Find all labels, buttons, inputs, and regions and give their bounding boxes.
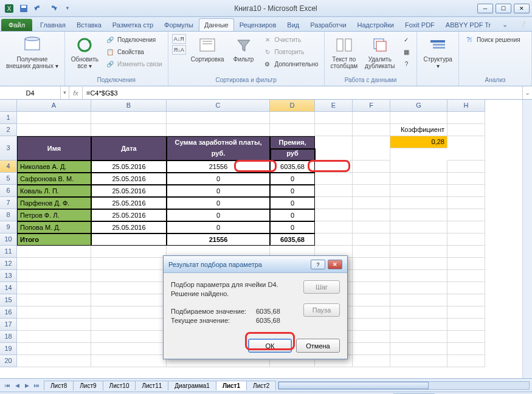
- save-icon[interactable]: [17, 2, 30, 15]
- row-12[interactable]: 12: [0, 258, 17, 270]
- row-9[interactable]: 9: [0, 221, 17, 233]
- data-validation-button[interactable]: ✓: [399, 34, 413, 45]
- sort-az-button[interactable]: А↓Я: [172, 34, 186, 44]
- remove-duplicates-button[interactable]: Удалить дубликаты: [362, 34, 397, 71]
- dialog-help-button[interactable]: ?: [311, 260, 325, 269]
- row-1[interactable]: 1: [0, 112, 17, 124]
- dialog-cancel-button[interactable]: Отмена: [296, 339, 340, 353]
- row-5[interactable]: 5: [0, 173, 17, 185]
- row-17[interactable]: 17: [0, 319, 17, 331]
- get-external-data-button[interactable]: Получение внешних данных ▾: [4, 34, 61, 71]
- col-B[interactable]: B: [91, 100, 167, 112]
- tab-nav-first[interactable]: ⏮: [2, 381, 12, 390]
- filter-button[interactable]: Фильтр: [229, 34, 258, 64]
- sheet-tab[interactable]: Лист9: [73, 381, 103, 390]
- tab-home[interactable]: Главная: [35, 18, 71, 31]
- row-11[interactable]: 11: [0, 246, 17, 258]
- row-7[interactable]: 7: [0, 197, 17, 209]
- vertical-scrollbar[interactable]: [522, 100, 532, 378]
- tab-insert[interactable]: Вставка: [71, 18, 107, 31]
- tab-view[interactable]: Вид: [282, 18, 305, 31]
- cell-bonus: 0: [270, 185, 315, 197]
- reapply-button[interactable]: ↻Повторить: [261, 46, 320, 57]
- tab-review[interactable]: Рецензиров: [234, 18, 282, 31]
- formula-input[interactable]: [83, 89, 522, 97]
- select-all-corner[interactable]: [0, 100, 17, 112]
- col-A[interactable]: A: [17, 100, 91, 112]
- text-to-columns-button[interactable]: Текст по столбцам: [328, 34, 361, 71]
- row-6[interactable]: 6: [0, 185, 17, 197]
- tab-nav-next[interactable]: ▶: [22, 381, 32, 390]
- cell-sum: 0: [167, 209, 270, 221]
- row-16[interactable]: 16: [0, 306, 17, 319]
- sort-button[interactable]: Сортировка: [188, 34, 227, 64]
- sheet-tab[interactable]: Лист11: [135, 381, 168, 390]
- sheet-tab[interactable]: Лист2: [246, 381, 276, 390]
- fx-button[interactable]: fx: [69, 87, 83, 99]
- col-D[interactable]: D: [270, 100, 315, 112]
- dialog-step-button: Шаг: [303, 280, 340, 294]
- tab-data[interactable]: Данные: [199, 18, 234, 31]
- minimize-button[interactable]: ─: [477, 4, 493, 13]
- sheet-tab[interactable]: Диаграмма1: [168, 381, 216, 390]
- col-F[interactable]: F: [353, 100, 390, 112]
- col-G[interactable]: G: [390, 100, 447, 112]
- file-tab[interactable]: Файл: [1, 19, 32, 31]
- refresh-all-button[interactable]: Обновить все ▾: [69, 34, 101, 71]
- tab-abbyy[interactable]: ABBYY PDF Tr: [440, 18, 496, 31]
- row-19[interactable]: 19: [0, 343, 17, 355]
- external-data-label: Получение внешних данных ▾: [6, 56, 58, 69]
- row-2[interactable]: 2: [0, 124, 17, 136]
- tab-layout[interactable]: Разметка стр: [107, 18, 159, 31]
- sort-za-button[interactable]: Я↓А: [172, 45, 186, 55]
- cell-sum: 21556: [167, 161, 270, 173]
- properties-button[interactable]: 📋Свойства: [103, 46, 164, 57]
- ribbon-minimize-icon[interactable]: ⌄: [497, 18, 513, 31]
- redo-icon[interactable]: [46, 2, 60, 15]
- horizontal-scrollbar[interactable]: [278, 381, 530, 390]
- col-E[interactable]: E: [315, 100, 353, 112]
- name-box-dropdown[interactable]: ▼: [61, 86, 69, 99]
- tab-foxit[interactable]: Foxit PDF: [399, 18, 440, 31]
- cell-sum: 0: [167, 197, 270, 209]
- undo-icon[interactable]: [32, 2, 45, 15]
- sheet-tab[interactable]: Лист10: [103, 381, 136, 390]
- row-3[interactable]: 3: [0, 136, 17, 161]
- connections-button[interactable]: 🔗Подключения: [103, 34, 164, 45]
- row-15[interactable]: 15: [0, 294, 17, 306]
- close-button[interactable]: ✕: [514, 4, 530, 13]
- outline-button[interactable]: Структура ▾: [421, 34, 454, 71]
- excel-icon[interactable]: X: [2, 2, 16, 15]
- row-18[interactable]: 18: [0, 331, 17, 343]
- edit-links-button[interactable]: 🔗Изменить связи: [103, 58, 164, 69]
- dialog-close-button[interactable]: ✕: [328, 260, 342, 269]
- row-4[interactable]: 4: [0, 161, 17, 173]
- tab-nav-last[interactable]: ⏭: [32, 381, 41, 390]
- ribbon-group-data-tools: Текст по столбцам Удалить дубликаты ✓ ▦ …: [325, 32, 418, 86]
- col-C[interactable]: C: [167, 100, 270, 112]
- qat-customize-icon[interactable]: ▼: [61, 2, 74, 15]
- help-icon[interactable]: ❔: [514, 18, 532, 31]
- row-13[interactable]: 13: [0, 270, 17, 282]
- clear-filter-button[interactable]: ✕Очистить: [261, 34, 320, 45]
- ribbon-tabs: Файл Главная Вставка Разметка стр Формул…: [0, 17, 532, 32]
- consolidate-button[interactable]: ▦: [399, 46, 413, 57]
- name-box[interactable]: D4: [0, 86, 61, 99]
- col-H[interactable]: H: [447, 100, 485, 112]
- advanced-filter-button[interactable]: ⚙Дополнительно: [261, 58, 320, 69]
- tab-addins[interactable]: Надстройки: [352, 18, 399, 31]
- row-8[interactable]: 8: [0, 209, 17, 221]
- row-20[interactable]: 20: [0, 355, 17, 367]
- tab-formulas[interactable]: Формулы: [159, 18, 199, 31]
- whatif-button[interactable]: ?: [399, 58, 413, 69]
- sheet-tab-active[interactable]: Лист1: [216, 381, 247, 390]
- tab-nav-prev[interactable]: ◀: [12, 381, 22, 390]
- dialog-ok-button[interactable]: ОК: [248, 339, 292, 353]
- tab-developer[interactable]: Разработчи: [305, 18, 351, 31]
- solver-button[interactable]: ?⃝Поиск решения: [463, 34, 522, 45]
- row-10[interactable]: 10: [0, 233, 17, 246]
- formula-bar-expand[interactable]: ⌄: [522, 86, 532, 99]
- sheet-tab[interactable]: Лист8: [44, 381, 74, 390]
- row-14[interactable]: 14: [0, 282, 17, 294]
- maximize-button[interactable]: ☐: [496, 4, 511, 13]
